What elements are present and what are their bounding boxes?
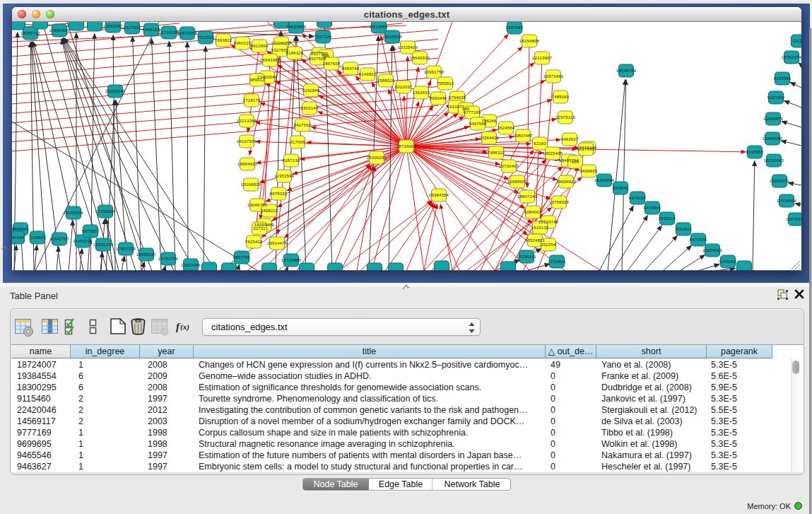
svg-text:25300293: 25300293	[367, 156, 387, 160]
svg-text:917006: 917006	[290, 140, 305, 144]
svg-text:17359924: 17359924	[95, 209, 116, 214]
svg-text:10756928: 10756928	[549, 200, 570, 204]
svg-text:11675334: 11675334	[786, 217, 801, 221]
svg-text:19218506: 19218506	[382, 35, 403, 39]
svg-text:8990448: 8990448	[430, 96, 447, 100]
svg-text:7955812: 7955812	[437, 81, 454, 86]
svg-text:8960123: 8960123	[234, 41, 252, 45]
svg-text:7485063: 7485063	[552, 95, 570, 99]
svg-text:32732: 32732	[253, 226, 266, 230]
svg-text:7986322: 7986322	[488, 151, 505, 155]
svg-text:8267130: 8267130	[283, 158, 300, 163]
svg-text:8813054: 8813054	[370, 25, 388, 29]
svg-text:18640910: 18640910	[410, 56, 430, 60]
svg-text:1588520: 1588520	[377, 78, 395, 83]
svg-text:9245652: 9245652	[719, 259, 737, 264]
svg-text:9117340: 9117340	[577, 147, 595, 151]
svg-text:9242848: 9242848	[302, 88, 320, 93]
svg-text:16210643: 16210643	[764, 158, 784, 163]
svg-text:252254: 252254	[541, 243, 556, 247]
svg-text:19166829: 19166829	[241, 182, 261, 187]
svg-text:8895061: 8895061	[12, 227, 30, 231]
svg-text:15136141: 15136141	[517, 255, 537, 259]
svg-text:391594: 391594	[12, 235, 25, 240]
svg-text:2867608: 2867608	[323, 62, 341, 66]
svg-text:604: 604	[572, 160, 579, 164]
svg-text:989012: 989012	[249, 78, 265, 82]
svg-text:16107554: 16107554	[237, 139, 257, 144]
svg-text:8454749: 8454749	[342, 66, 360, 71]
svg-text:3498222: 3498222	[261, 209, 278, 213]
svg-text:9699695: 9699695	[580, 169, 598, 173]
svg-text:15751074: 15751074	[782, 55, 801, 59]
svg-text:13325419: 13325419	[398, 45, 418, 49]
svg-text:17957225: 17957225	[116, 247, 136, 251]
svg-text:11123: 11123	[793, 39, 801, 43]
svg-text:15692971: 15692971	[770, 179, 790, 183]
svg-text:14055712: 14055712	[20, 31, 41, 35]
svg-text:16782759: 16782759	[158, 257, 179, 261]
svg-text:6497568: 6497568	[469, 122, 487, 126]
svg-text:6479197: 6479197	[629, 196, 647, 200]
svg-text:6794028: 6794028	[449, 95, 466, 100]
svg-text:8322037: 8322037	[395, 85, 413, 89]
svg-text:18724007: 18724007	[396, 144, 417, 148]
svg-text:1156829: 1156829	[29, 235, 47, 240]
svg-text:8912954: 8912954	[251, 44, 269, 48]
svg-text:13226058: 13226058	[271, 41, 292, 45]
svg-text:9084067: 9084067	[524, 210, 542, 214]
svg-text:7632621: 7632621	[675, 227, 693, 231]
svg-text:19654923: 19654923	[556, 180, 577, 184]
svg-text:2803144: 2803144	[301, 106, 319, 110]
svg-text:29053346: 29053346	[105, 89, 126, 93]
svg-text:2718176: 2718176	[243, 98, 261, 103]
svg-text:3624554: 3624554	[498, 126, 515, 130]
svg-text:7663822: 7663822	[215, 38, 233, 42]
svg-text:8215953: 8215953	[746, 150, 764, 154]
svg-text:10961758: 10961758	[424, 70, 445, 74]
svg-text:8186328: 8186328	[286, 51, 304, 55]
svg-text:10719155: 10719155	[159, 30, 180, 35]
svg-text:12942757: 12942757	[49, 237, 70, 241]
svg-text:12213369: 12213369	[237, 119, 257, 123]
svg-text:20364436: 20364436	[479, 136, 500, 140]
svg-text:12505135: 12505135	[93, 243, 114, 247]
svg-text:16548784: 16548784	[616, 69, 637, 73]
svg-text:9463627: 9463627	[561, 137, 579, 141]
svg-text:1527602: 1527602	[124, 25, 141, 30]
svg-text:9227342: 9227342	[767, 95, 785, 100]
svg-text:12923446: 12923446	[181, 263, 201, 267]
svg-text:10653267: 10653267	[103, 24, 124, 28]
svg-text:9146821: 9146821	[359, 72, 377, 76]
svg-text:7357224: 7357224	[314, 35, 332, 39]
svg-text:16154808: 16154808	[519, 39, 540, 43]
svg-text:15716485: 15716485	[281, 258, 302, 262]
svg-text:19046786: 19046786	[247, 203, 268, 207]
svg-text:16671355: 16671355	[177, 31, 198, 35]
svg-text:7625402: 7625402	[245, 240, 263, 244]
svg-text:10120746: 10120746	[539, 220, 559, 224]
svg-text:11451194: 11451194	[73, 239, 93, 243]
svg-text:10025438: 10025438	[543, 151, 563, 156]
svg-text:20206536: 20206536	[64, 211, 84, 215]
svg-text:9975857: 9975857	[82, 229, 100, 233]
svg-text:16543382: 16543382	[260, 58, 281, 62]
svg-text:17016504: 17016504	[777, 199, 797, 203]
svg-text:7515526: 7515526	[197, 35, 215, 40]
svg-text:10688609: 10688609	[507, 180, 528, 184]
svg-text:19384554: 19384554	[429, 193, 449, 197]
svg-text:12444155: 12444155	[763, 136, 783, 141]
svg-text:15720407: 15720407	[499, 164, 519, 168]
svg-text:8471676: 8471676	[690, 238, 707, 242]
svg-text:18807249: 18807249	[517, 194, 538, 199]
svg-text:1362615: 1362615	[413, 90, 430, 95]
svg-text:20691406: 20691406	[49, 28, 70, 33]
svg-text:12353594: 12353594	[274, 174, 295, 178]
svg-text:9857791: 9857791	[233, 255, 251, 259]
svg-text:10958107: 10958107	[136, 252, 157, 257]
svg-text:2687682: 2687682	[506, 25, 524, 30]
svg-text:19654923: 19654923	[237, 162, 258, 166]
svg-text:12213967: 12213967	[532, 56, 553, 60]
svg-text:9474444: 9474444	[644, 206, 661, 210]
svg-text:(x): (x)	[180, 322, 189, 332]
